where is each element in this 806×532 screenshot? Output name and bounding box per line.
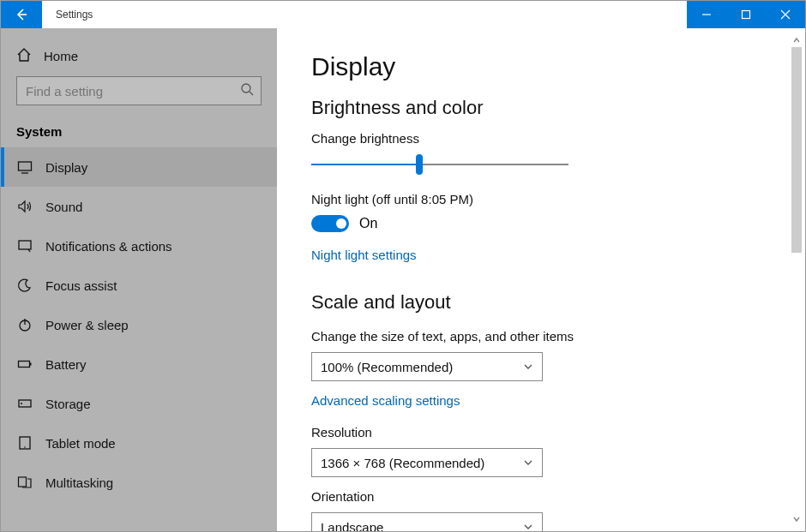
sidebar: Home System Display Sound (1, 28, 277, 531)
focus-assist-icon (16, 278, 33, 293)
orientation-label: Orientation (311, 489, 805, 504)
nav-item-battery[interactable]: Battery (1, 344, 277, 384)
slider-track-rest (419, 164, 568, 165)
slider-track-fill (311, 164, 419, 165)
minimize-button[interactable] (687, 1, 726, 28)
night-light-toggle-row: On (311, 215, 805, 232)
orientation-select[interactable]: Landscape (311, 512, 543, 531)
nav-item-sound[interactable]: Sound (1, 187, 277, 226)
scale-select[interactable]: 100% (Recommended) (311, 352, 543, 381)
nav-item-focus-assist[interactable]: Focus assist (1, 266, 277, 305)
nav-label: Battery (45, 357, 87, 372)
search-input[interactable] (17, 84, 261, 99)
chevron-down-icon (523, 456, 533, 470)
brightness-label: Change brightness (311, 131, 805, 146)
maximize-icon (741, 9, 751, 20)
nav-group-header: System (1, 112, 277, 147)
nav-label: Multitasking (45, 475, 113, 490)
nav-label: Sound (45, 200, 82, 214)
search-wrap (1, 73, 277, 112)
orientation-value: Landscape (321, 520, 383, 532)
night-light-toggle[interactable] (311, 215, 349, 232)
tablet-icon (16, 435, 33, 451)
close-button[interactable] (766, 1, 805, 28)
display-icon (16, 159, 33, 175)
night-light-label: Night light (off until 8:05 PM) (311, 192, 805, 206)
scrollbar-thumb[interactable] (791, 47, 802, 253)
svg-point-8 (21, 403, 22, 404)
scroll-up-arrow-icon[interactable] (790, 33, 803, 47)
nav-label: Display (45, 160, 87, 175)
titlebar: Settings (1, 1, 805, 28)
resolution-label: Resolution (311, 425, 805, 439)
resolution-value: 1366 × 768 (Recommended) (321, 456, 484, 470)
svg-rect-2 (19, 162, 32, 170)
settings-window: Settings Home (0, 0, 806, 532)
night-light-settings-link[interactable]: Night light settings (311, 248, 417, 262)
svg-point-10 (24, 446, 26, 448)
svg-rect-11 (19, 477, 27, 487)
svg-rect-3 (19, 241, 31, 249)
storage-icon (16, 396, 33, 411)
nav-label: Power & sleep (45, 318, 129, 332)
maximize-button[interactable] (726, 1, 766, 28)
page-title: Display (311, 52, 805, 81)
section-scale-heading: Scale and layout (311, 291, 805, 314)
minimize-icon (701, 9, 712, 20)
nav-label: Storage (45, 397, 91, 411)
svg-rect-6 (30, 363, 32, 366)
window-body: Home System Display Sound (1, 28, 805, 531)
nav-item-storage[interactable]: Storage (1, 384, 277, 423)
battery-icon (16, 356, 33, 372)
svg-rect-5 (19, 362, 30, 368)
scroll-down-arrow-icon[interactable] (790, 512, 803, 526)
notifications-icon (16, 238, 33, 254)
nav-item-display[interactable]: Display (1, 147, 277, 187)
chevron-down-icon (523, 360, 533, 374)
scale-label: Change the size of text, apps, and other… (311, 329, 805, 344)
nav-label: Tablet mode (45, 436, 116, 451)
resolution-select[interactable]: 1366 × 768 (Recommended) (311, 448, 543, 477)
window-title: Settings (42, 1, 687, 28)
slider-thumb[interactable] (416, 154, 423, 175)
search-icon (240, 82, 254, 99)
nav-item-power-sleep[interactable]: Power & sleep (1, 305, 277, 344)
scrollbar-track[interactable] (790, 47, 803, 512)
multitasking-icon (16, 475, 33, 490)
home-button[interactable]: Home (1, 39, 277, 73)
vertical-scrollbar[interactable] (790, 33, 803, 526)
close-icon (780, 9, 791, 20)
main-panel: Display Brightness and color Change brig… (277, 28, 805, 531)
night-light-state-text: On (359, 216, 377, 231)
back-button[interactable] (1, 1, 42, 28)
section-brightness-heading: Brightness and color (311, 97, 805, 119)
advanced-scaling-link[interactable]: Advanced scaling settings (311, 393, 460, 408)
nav-item-notifications[interactable]: Notifications & actions (1, 226, 277, 266)
svg-point-1 (242, 84, 250, 93)
nav-item-multitasking[interactable]: Multitasking (1, 463, 277, 502)
nav-item-tablet-mode[interactable]: Tablet mode (1, 423, 277, 463)
power-icon (16, 317, 33, 332)
chevron-down-icon (523, 520, 533, 532)
svg-rect-0 (743, 11, 750, 19)
arrow-left-icon (15, 8, 28, 21)
brightness-slider[interactable] (311, 154, 568, 175)
caption-buttons (687, 1, 805, 28)
sound-icon (16, 199, 33, 214)
nav-label: Notifications & actions (45, 239, 172, 254)
nav-label: Focus assist (45, 278, 117, 293)
nav-list: Display Sound Notifications & actions Fo… (1, 147, 277, 502)
home-icon (16, 47, 32, 65)
home-label: Home (44, 49, 78, 63)
scale-value: 100% (Recommended) (321, 360, 453, 374)
toggle-knob (336, 218, 346, 229)
search-box[interactable] (16, 76, 262, 105)
